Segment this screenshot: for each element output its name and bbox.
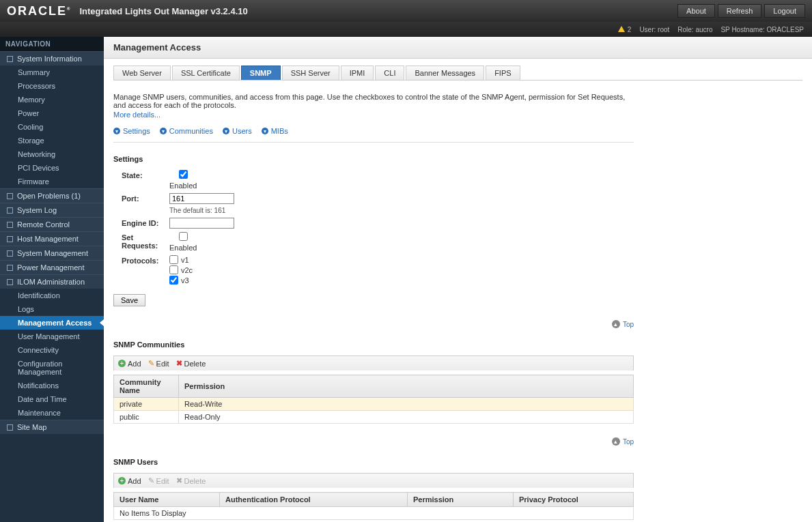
role-info: Role: aucro [677,26,712,33]
engine-id-label: Engine ID: [113,218,169,227]
anchor-links: ▾Settings▾Communities▾Users▾MIBs [113,127,634,135]
nav-group[interactable]: Host Management [0,231,104,246]
col-community-name[interactable]: Community Name [114,375,179,398]
nav-item[interactable]: Summary [0,66,104,79]
delete-icon: ✖ [176,476,182,485]
settings-heading: Settings [113,155,634,163]
engine-id-input[interactable] [169,218,234,229]
anchor-icon: ▾ [223,128,229,134]
communities-edit-button[interactable]: ✎Edit [148,359,169,368]
users-edit-button: ✎Edit [148,476,169,485]
anchor-link[interactable]: ▾Users [223,127,252,135]
top-icon: ▴ [612,320,620,328]
nav-item[interactable]: Networking [0,147,104,161]
protocol-checkbox[interactable] [169,255,178,264]
communities-heading: SNMP Communities [113,340,634,349]
nav-item[interactable]: Logs [0,302,104,316]
tab[interactable]: Web Server [113,66,171,80]
oracle-logo: ORACLE® [7,4,71,18]
port-label: Port: [113,193,169,203]
anchor-link[interactable]: ▾Settings [113,127,150,135]
anchor-icon: ▾ [160,128,167,134]
nav-header: NAVIGATION [0,37,104,51]
users-table: User Name Authentication Protocol Permis… [113,492,634,520]
nav-item[interactable]: Firmware [0,175,104,188]
intro-text: Manage SNMP users, communities, and acce… [113,93,634,109]
col-user-name[interactable]: User Name [114,493,220,507]
tab[interactable]: Banner Messages [406,66,484,80]
state-label: State: [113,170,169,179]
protocols-label: Protocols: [113,255,169,265]
nav-item[interactable]: Maintenance [0,406,104,420]
top-icon: ▴ [612,437,620,446]
top-link-2[interactable]: Top [623,438,634,446]
nav-item[interactable]: Configuration Management [0,357,104,379]
nav-group[interactable]: Power Management [0,260,104,274]
tab[interactable]: SSL Certificate [172,66,240,80]
nav-group[interactable]: System Log [0,203,104,217]
anchor-link[interactable]: ▾MIBs [262,127,288,135]
tab[interactable]: SNMP [241,66,281,80]
protocol-checkbox[interactable] [169,265,178,274]
nav-item[interactable]: User Management [0,330,104,343]
col-user-permission[interactable]: Permission [408,493,514,507]
table-row[interactable]: privateRead-Write [114,398,634,411]
set-requests-checkbox[interactable] [179,232,188,241]
nav-group[interactable]: Site Map [0,420,104,434]
protocol-checkbox[interactable] [169,276,178,285]
tab[interactable]: CLI [375,66,404,80]
col-permission[interactable]: Permission [179,375,634,398]
col-auth-protocol[interactable]: Authentication Protocol [220,493,408,507]
page-title: Management Access [104,37,812,59]
app-title: Integrated Lights Out Manager v3.2.4.10 [79,6,247,16]
logout-button[interactable]: Logout [764,4,805,18]
state-text: Enabled [169,182,197,190]
app-header: ORACLE® Integrated Lights Out Manager v3… [0,0,812,22]
nav-item[interactable]: Processors [0,79,104,93]
cell-permission: Read-Only [179,411,634,424]
nav-item[interactable]: Date and Time [0,392,104,406]
anchor-link[interactable]: ▾Communities [160,127,213,135]
delete-icon: ✖ [176,359,182,368]
warning-indicator[interactable]: 2 [618,26,632,33]
tab[interactable]: FIPS [486,66,520,80]
table-row[interactable]: publicRead-Only [114,411,634,424]
save-button[interactable]: Save [113,294,145,306]
nav-item[interactable]: Notifications [0,379,104,392]
communities-add-button[interactable]: +Add [118,359,141,368]
warning-icon [618,26,625,32]
navigation-sidebar: NAVIGATION System InformationSummaryProc… [0,37,104,522]
nav-item[interactable]: Cooling [0,120,104,134]
nav-item[interactable]: Connectivity [0,343,104,357]
users-heading: SNMP Users [113,458,634,466]
communities-toolbar: +Add ✎Edit ✖Delete [113,356,634,371]
content-area: Management Access Web ServerSSL Certific… [104,37,812,522]
state-checkbox[interactable] [179,170,188,179]
tab[interactable]: IPMI [341,66,374,80]
nav-group[interactable]: Remote Control [0,217,104,231]
nav-group[interactable]: System Information [0,51,104,66]
nav-group[interactable]: Open Problems (1) [0,188,104,203]
nav-item[interactable]: Management Access [0,316,104,330]
port-hint: The default is: 161 [169,207,234,214]
more-details-link[interactable]: More details... [113,111,634,119]
nav-group[interactable]: ILOM Administration [0,274,104,289]
nav-item[interactable]: Identification [0,289,104,302]
nav-item[interactable]: PCI Devices [0,161,104,175]
set-requests-label: Set Requests: [113,232,169,250]
add-icon: + [118,360,126,367]
about-button[interactable]: About [677,4,715,18]
users-add-button[interactable]: +Add [118,476,141,485]
nav-item[interactable]: Memory [0,93,104,106]
protocol-label: v1 [181,256,189,264]
cell-permission: Read-Write [179,398,634,411]
nav-group[interactable]: System Management [0,246,104,260]
tab[interactable]: SSH Server [282,66,339,80]
col-privacy-protocol[interactable]: Privacy Protocol [514,493,634,507]
nav-item[interactable]: Power [0,106,104,120]
top-link-1[interactable]: Top [623,321,634,328]
nav-item[interactable]: Storage [0,134,104,147]
communities-delete-button[interactable]: ✖Delete [176,359,206,368]
port-input[interactable] [169,193,234,204]
refresh-button[interactable]: Refresh [718,4,762,18]
